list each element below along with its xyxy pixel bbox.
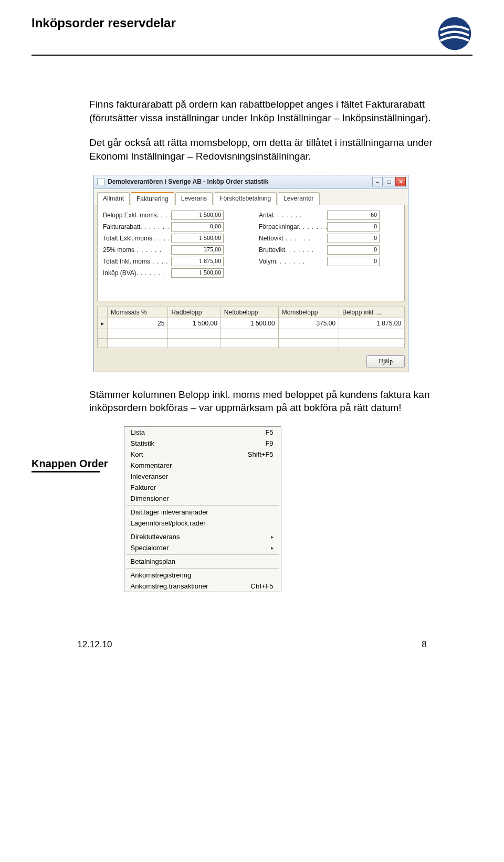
field-input[interactable] <box>171 245 224 255</box>
menu-item[interactable]: Fakturor <box>124 482 281 493</box>
page-header: Inköpsorder reservdelar <box>32 16 472 56</box>
menu-item[interactable]: Kommentarer <box>124 460 281 471</box>
menu-separator <box>127 554 279 555</box>
menu-item-label: Betalningsplan <box>131 558 175 565</box>
table-cell: 1 500,00 <box>220 318 278 329</box>
tab-förskottsbetalning[interactable]: Förskottsbetalning <box>214 192 277 205</box>
menu-item[interactable]: Inleveranser <box>124 471 281 482</box>
field-input[interactable] <box>171 234 224 243</box>
page-footer: 12.12.10 8 <box>32 639 472 650</box>
table-header: Momsbelopp <box>278 307 339 318</box>
minimize-button[interactable]: – <box>372 177 383 186</box>
vat-table-block: Momssats %RadbeloppNettobeloppMomsbelopp… <box>97 307 405 348</box>
table-row[interactable]: ▸251 500,001 500,00375,001 875,00 <box>98 318 405 329</box>
field-input[interactable] <box>171 257 224 266</box>
fakturering-panel: Belopp Exkl. moms.Fakturarabatt.Totalt E… <box>97 205 405 301</box>
menu-separator <box>127 568 279 569</box>
menu-item-label: Ankomstregistrering <box>131 571 192 579</box>
paragraph-1: Finns fakturarabatt på ordern kan rabatt… <box>89 98 446 124</box>
help-button[interactable]: Hjälp <box>366 355 405 367</box>
tab-bar: AllmäntFaktureringLeveransFörskottsbetal… <box>94 189 408 205</box>
field-input[interactable] <box>327 211 380 220</box>
tab-fakturering[interactable]: Fakturering <box>131 192 174 205</box>
field-row: Nettovikt <box>259 234 399 243</box>
menu-separator <box>127 505 279 506</box>
menu-item[interactable]: Dist.lager inleveransrader <box>124 507 281 518</box>
field-row: Förpackningar. <box>259 222 399 232</box>
close-button[interactable]: ✕ <box>395 177 406 186</box>
field-input[interactable] <box>171 222 224 232</box>
field-input[interactable] <box>327 234 380 243</box>
tab-leverans[interactable]: Leverans <box>175 192 213 205</box>
tab-leverantör[interactable]: Leverantör <box>278 192 319 205</box>
menu-item[interactable]: Ankomstreg.transaktionerCtrl+F5 <box>124 581 281 592</box>
table-cell: 1 875,00 <box>339 318 405 329</box>
menu-separator <box>127 530 279 530</box>
menu-item[interactable]: Dimensioner <box>124 493 281 504</box>
menu-item-label: Dimensioner <box>131 495 169 502</box>
menu-item[interactable]: Specialorder▸ <box>124 542 281 553</box>
table-header: Momssats % <box>108 307 168 318</box>
menu-item[interactable]: Betalningsplan <box>124 556 281 567</box>
maximize-button[interactable]: □ <box>384 177 394 186</box>
menu-item[interactable]: KortShift+F5 <box>124 449 281 460</box>
field-label: Inköp (BVA). <box>103 269 171 277</box>
field-input[interactable] <box>171 268 224 278</box>
field-row: Fakturarabatt. <box>103 222 243 232</box>
submenu-arrow-icon: ▸ <box>271 534 274 540</box>
table-header: Belopp inkl. ... <box>339 307 405 318</box>
menu-item-label: Inleveranser <box>131 472 169 480</box>
menu-item[interactable]: StatistikF9 <box>124 438 281 449</box>
window-title: Demoleverantören i Sverige AB - Inköp Or… <box>108 178 268 185</box>
field-label: Bruttovikt. <box>259 246 327 254</box>
paragraph-3: Stämmer kolumnen Belopp inkl. moms med b… <box>89 388 446 415</box>
field-label: Totalt Exkl. moms <box>103 235 171 242</box>
field-row: Volym. <box>259 257 399 266</box>
tab-allmänt[interactable]: Allmänt <box>97 192 130 205</box>
menu-item-shortcut: F5 <box>265 428 273 436</box>
dialog-screenshot: Demoleverantören i Sverige AB - Inköp Or… <box>93 175 472 372</box>
table-row-empty <box>98 338 405 348</box>
menu-item[interactable]: Lagerinförsel/plock.rader <box>124 518 281 529</box>
menu-item-shortcut: Shift+F5 <box>248 450 274 458</box>
window-icon <box>97 178 104 185</box>
table-header: Radbelopp <box>168 307 220 318</box>
menu-item-shortcut: Ctrl+F5 <box>251 582 274 590</box>
field-label: Belopp Exkl. moms. <box>103 212 171 219</box>
menu-item-label: Lagerinförsel/plock.rader <box>131 519 206 527</box>
menu-item-label: Direktutleverans <box>131 533 180 541</box>
titlebar: Demoleverantören i Sverige AB - Inköp Or… <box>94 175 408 189</box>
field-label: Volym. <box>259 258 327 265</box>
menu-item-label: Fakturor <box>131 483 156 491</box>
table-corner <box>98 307 108 318</box>
paragraph-2: Det går också att rätta momsbelopp, om d… <box>89 136 446 163</box>
field-label: Nettovikt <box>259 235 327 242</box>
field-row: Bruttovikt. <box>259 245 399 255</box>
menu-item[interactable]: ListaF5 <box>124 427 281 438</box>
field-label: Totalt Inkl. moms <box>103 258 171 265</box>
menu-item-label: Specialorder <box>131 544 169 552</box>
field-label: Fakturarabatt. <box>103 223 171 230</box>
menu-item[interactable]: Direktutleverans▸ <box>124 531 281 542</box>
field-row: Totalt Exkl. moms <box>103 234 243 243</box>
field-row: 25% moms <box>103 245 243 255</box>
field-input[interactable] <box>327 245 380 255</box>
section-title: Knappen Order <box>32 458 108 470</box>
table-header: Nettobelopp <box>220 307 278 318</box>
table-row-empty <box>98 329 405 338</box>
menu-item-label: Kort <box>131 450 143 458</box>
menu-item-label: Dist.lager inleveransrader <box>131 508 208 516</box>
table-cell: 1 500,00 <box>168 318 220 329</box>
field-row: Inköp (BVA). <box>103 268 243 278</box>
logo-icon <box>437 16 472 51</box>
right-field-column: Antal.Förpackningar.NettoviktBruttovikt.… <box>259 211 399 280</box>
field-input[interactable] <box>327 222 380 232</box>
field-input[interactable] <box>327 257 380 266</box>
menu-item-shortcut: F9 <box>265 439 273 447</box>
menu-item[interactable]: Ankomstregistrering <box>124 570 281 581</box>
footer-date: 12.12.10 <box>77 639 112 650</box>
field-input[interactable] <box>171 211 224 220</box>
field-row: Totalt Inkl. moms <box>103 257 243 266</box>
order-statistics-dialog: Demoleverantören i Sverige AB - Inköp Or… <box>93 175 408 372</box>
field-row: Belopp Exkl. moms. <box>103 211 243 220</box>
